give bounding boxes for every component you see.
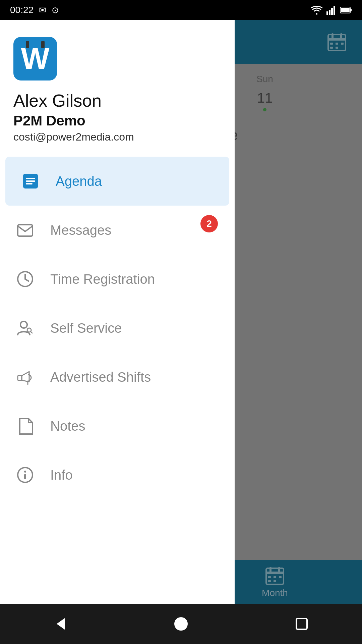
back-button[interactable] <box>47 610 74 637</box>
status-bar-right <box>311 5 352 15</box>
recents-button[interactable] <box>288 610 315 637</box>
svg-rect-27 <box>26 180 35 182</box>
svg-rect-26 <box>26 178 35 179</box>
app-logo: W <box>13 37 57 80</box>
user-org: P2M Demo <box>13 113 221 129</box>
svg-rect-36 <box>24 474 26 479</box>
user-name: Alex Gilson <box>13 91 221 111</box>
status-bar-left: 00:22 ✉ ⊙ <box>10 5 59 15</box>
svg-marker-37 <box>57 618 65 630</box>
svg-rect-33 <box>18 376 22 380</box>
system-nav-bar <box>0 604 362 644</box>
notes-label: Notes <box>50 419 85 434</box>
info-icon <box>13 463 37 487</box>
svg-rect-20 <box>331 8 333 15</box>
svg-rect-23 <box>350 9 352 11</box>
messages-label: Messages <box>50 223 111 238</box>
svg-rect-21 <box>334 6 335 15</box>
advertised-shifts-label: Advertised Shifts <box>50 370 151 385</box>
agenda-label: Agenda <box>56 174 102 189</box>
logo-dot-right <box>41 41 45 48</box>
nav-item-advertised-shifts[interactable]: Advertised Shifts <box>0 353 235 401</box>
svg-rect-39 <box>296 619 307 629</box>
drawer-scrim[interactable] <box>235 20 362 644</box>
svg-rect-28 <box>26 183 33 184</box>
drawer-nav: Agenda Messages 2 Time Registration <box>0 153 235 644</box>
svg-rect-18 <box>326 11 328 15</box>
circle-arrow-icon: ⊙ <box>52 5 59 15</box>
nav-item-time-registration[interactable]: Time Registration <box>0 255 235 304</box>
messages-badge: 2 <box>200 215 218 232</box>
clock-icon <box>13 267 37 291</box>
home-button[interactable] <box>168 610 194 637</box>
self-service-label: Self Service <box>50 321 122 336</box>
logo-dot-left <box>26 41 29 48</box>
nav-item-messages[interactable]: Messages 2 <box>0 206 235 255</box>
advertised-shifts-icon <box>13 365 37 389</box>
drawer-header: W Alex Gilson P2M Demo costi@power2media… <box>0 20 235 153</box>
nav-item-self-service[interactable]: Self Service <box>0 304 235 353</box>
svg-point-31 <box>20 321 27 328</box>
nav-item-notes[interactable]: Notes <box>0 401 235 450</box>
navigation-drawer: W Alex Gilson P2M Demo costi@power2media… <box>0 20 235 644</box>
agenda-icon <box>19 169 42 193</box>
info-label: Info <box>50 468 73 483</box>
svg-rect-19 <box>329 10 330 15</box>
nav-item-agenda[interactable]: Agenda <box>5 157 229 206</box>
user-email: costi@power2media.com <box>13 131 221 143</box>
nav-item-info[interactable]: Info <box>0 450 235 499</box>
wifi-icon <box>311 5 322 15</box>
time-registration-label: Time Registration <box>50 272 155 287</box>
notes-icon <box>13 414 37 438</box>
svg-point-35 <box>24 471 26 473</box>
signal-icon <box>326 5 336 15</box>
messages-icon <box>13 218 37 242</box>
svg-rect-24 <box>341 8 350 12</box>
status-time: 00:22 <box>10 5 34 15</box>
self-service-icon <box>13 316 37 340</box>
mail-icon: ✉ <box>39 5 46 15</box>
battery-icon <box>340 6 352 14</box>
svg-rect-29 <box>18 225 33 236</box>
logo-dots <box>26 41 45 48</box>
status-bar: 00:22 ✉ ⊙ <box>0 0 362 20</box>
svg-point-38 <box>174 617 188 631</box>
